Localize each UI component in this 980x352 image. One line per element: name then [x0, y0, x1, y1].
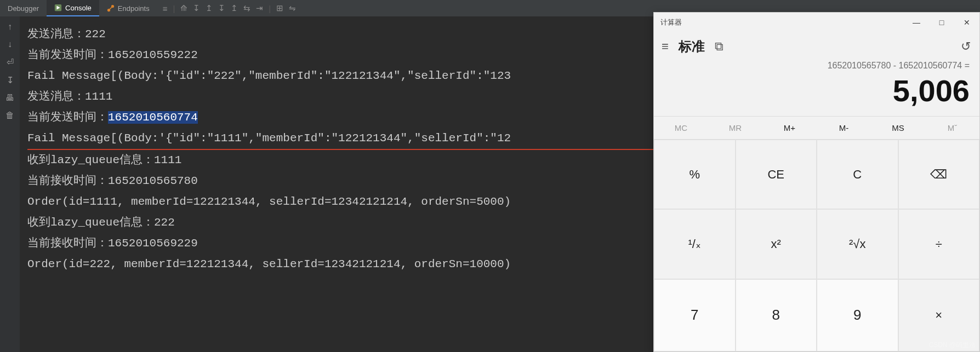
maximize-button[interactable]: □ — [929, 13, 954, 32]
calc-key[interactable]: 8 — [736, 279, 817, 351]
tab-endpoints[interactable]: Endpoints — [99, 0, 157, 16]
minimize-button[interactable]: — — [904, 13, 929, 32]
calculator-titlebar[interactable]: 计算器 — □ ✕ — [654, 13, 979, 32]
memory-button-mc: MC — [654, 117, 708, 139]
history-icon[interactable]: ↺ — [961, 39, 979, 54]
ide-gutter: ↑ ↓ ⏎ ↧ 🖶 🗑 — [0, 16, 20, 352]
memory-button-mr: MR — [708, 117, 762, 139]
calculator-memory-bar: MCMRM+M-MSMˇ — [654, 116, 979, 140]
gutter-down-icon[interactable]: ↓ — [8, 39, 12, 49]
toolbar-icon-8[interactable]: ⊞ — [276, 3, 283, 13]
calc-key[interactable]: % — [654, 140, 736, 209]
toolbar-icon-9[interactable]: ⇋ — [289, 3, 296, 13]
calc-key[interactable]: ²√x — [817, 209, 898, 279]
calc-key[interactable]: 7 — [654, 279, 736, 351]
console-text: 当前发送时间： — [27, 111, 108, 124]
calc-key[interactable]: x² — [736, 209, 817, 279]
gutter-print-icon[interactable]: 🖶 — [5, 93, 14, 103]
calc-key[interactable]: 9 — [817, 279, 898, 351]
toolbar-icon-0[interactable]: ≡ — [163, 4, 168, 13]
toolbar-icon-1[interactable]: ⟰ — [180, 3, 187, 13]
tab-debugger-label: Debugger — [8, 4, 39, 13]
gutter-wrap-icon[interactable]: ⏎ — [7, 57, 14, 67]
gutter-clear-icon[interactable]: 🗑 — [5, 111, 14, 120]
toolbar-icon-6[interactable]: ⇆ — [243, 3, 250, 13]
toolbar-icon-5[interactable]: ↥ — [231, 3, 238, 13]
memory-button-ms[interactable]: MS — [871, 117, 925, 139]
watermark: CSDN @码里法 — [928, 341, 976, 350]
memory-button-mˇ: Mˇ — [925, 117, 979, 139]
pin-icon[interactable]: ⧉ — [715, 39, 723, 54]
tab-console[interactable]: Console — [47, 0, 99, 16]
calculator-mode-bar: ≡ 标准 ⧉ ↺ — [654, 32, 979, 61]
calculator-expression: 1652010565780 - 1652010560774 = — [654, 61, 970, 71]
calc-key[interactable]: ¹/ₓ — [654, 209, 736, 279]
svg-line-4 — [110, 7, 112, 9]
tab-debugger[interactable]: Debugger — [0, 0, 47, 16]
toolbar-icon-2[interactable]: ↧ — [193, 3, 200, 13]
tab-endpoints-label: Endpoints — [118, 4, 150, 13]
gutter-up-icon[interactable]: ↑ — [8, 22, 12, 32]
endpoints-icon — [107, 4, 115, 12]
calc-key[interactable]: CE — [736, 140, 817, 209]
toolbar-icon-4[interactable]: ↧ — [218, 3, 225, 13]
calc-key[interactable]: ⌫ — [898, 140, 980, 209]
console-run-icon — [54, 4, 62, 11]
window-buttons: — □ ✕ — [904, 13, 979, 32]
calc-key[interactable]: C — [817, 140, 898, 209]
calculator-title: 计算器 — [654, 18, 682, 27]
hamburger-icon[interactable]: ≡ — [662, 39, 669, 54]
toolbar-icon-3[interactable]: ↥ — [206, 3, 213, 13]
toolbar-icon-7[interactable]: ⇥ — [256, 3, 263, 13]
memory-button-m+[interactable]: M+ — [762, 117, 817, 139]
close-button[interactable]: ✕ — [954, 13, 979, 32]
memory-button-m-[interactable]: M- — [817, 117, 871, 139]
calculator-display: 1652010565780 - 1652010560774 = 5,006 — [654, 61, 979, 116]
console-selected-text: 1652010560774 — [108, 111, 198, 124]
calculator-window: 计算器 — □ ✕ ≡ 标准 ⧉ ↺ 1652010565780 - 16520… — [653, 12, 980, 352]
tab-console-label: Console — [65, 4, 92, 12]
calculator-result: 5,006 — [654, 73, 970, 108]
calculator-mode-label: 标准 — [679, 38, 705, 55]
calculator-keypad: %CEC⌫¹/ₓx²²√x÷789× — [654, 140, 979, 351]
console-toolbar: ≡ | ⟰ ↧ ↥ ↧ ↥ ⇆ ⇥ | ⊞ ⇋ — [163, 3, 297, 13]
gutter-scroll-icon[interactable]: ↧ — [7, 75, 14, 85]
calc-key[interactable]: ÷ — [898, 209, 980, 279]
